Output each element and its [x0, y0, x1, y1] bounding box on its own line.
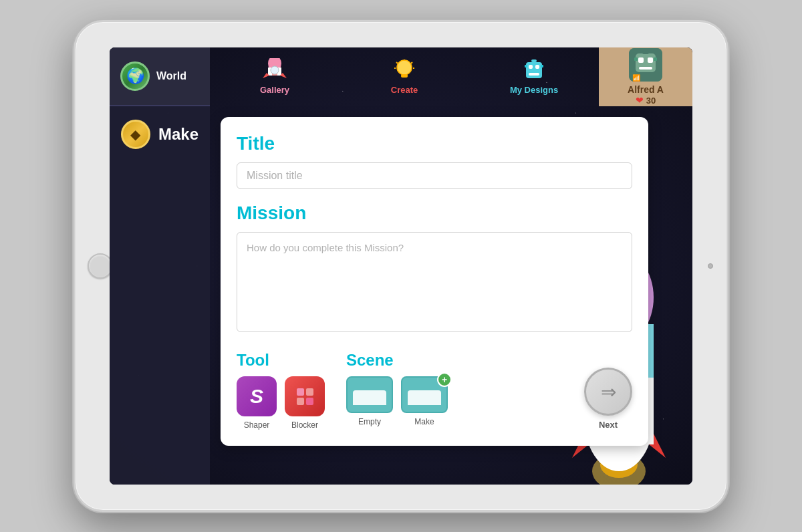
tool-blocker[interactable]: Blocker — [285, 376, 325, 430]
svg-rect-39 — [648, 57, 653, 63]
svg-line-25 — [411, 62, 412, 63]
blocker-grid — [294, 386, 316, 408]
gallery-label: Gallery — [260, 85, 289, 95]
profile-avatar: 📶 — [629, 48, 662, 82]
next-label: Next — [599, 420, 618, 430]
svg-rect-23 — [401, 74, 408, 78]
blocker-cell — [306, 388, 313, 396]
profile-hearts: ❤ 30 — [628, 95, 664, 106]
svg-rect-30 — [529, 65, 533, 69]
scene-empty-label: Empty — [358, 417, 381, 426]
svg-rect-40 — [639, 67, 652, 70]
svg-rect-29 — [526, 62, 542, 78]
mission-section-label: Mission — [237, 203, 632, 224]
next-button-circle: ⇒ — [584, 368, 632, 416]
designs-icon — [519, 58, 549, 82]
side-camera — [708, 263, 713, 269]
tools-row: S Shaper — [237, 376, 325, 430]
scenes-row: Empty + Make — [346, 376, 448, 426]
svg-point-22 — [397, 60, 412, 75]
tool-scene-row: Tool S Shaper — [237, 351, 632, 430]
title-section-label: Title — [237, 133, 632, 154]
scene-make-icon: + — [401, 376, 448, 413]
heart-icon: ❤ — [636, 95, 644, 106]
world-icon: 🌍 — [120, 61, 150, 91]
blocker-icon-box — [285, 376, 325, 416]
tab-create[interactable]: Create — [340, 47, 469, 106]
svg-rect-43 — [642, 51, 649, 54]
svg-text:📶: 📶 — [632, 74, 641, 82]
gallery-icon — [260, 58, 289, 82]
svg-rect-41 — [634, 57, 638, 61]
scene-make-label: Make — [414, 417, 434, 426]
world-label: World — [156, 70, 186, 82]
scene-empty-icon — [346, 376, 393, 413]
nav-bar: 🌍 World Gallery — [110, 47, 692, 106]
sidebar: Make — [110, 106, 210, 485]
ipad-frame: 🌍 World Gallery — [74, 20, 728, 512]
make-section: Make — [110, 120, 209, 149]
svg-line-26 — [396, 62, 398, 63]
create-icon — [390, 58, 419, 82]
svg-point-19 — [271, 66, 279, 74]
scene-label: Scene — [346, 351, 448, 370]
tab-gallery[interactable]: Gallery — [210, 47, 340, 106]
tool-section: Tool S Shaper — [237, 351, 325, 430]
blocker-cell — [297, 388, 304, 396]
blocker-label: Blocker — [291, 420, 318, 430]
shaper-letter: S — [250, 385, 263, 408]
svg-rect-32 — [529, 73, 539, 76]
tab-designs[interactable]: My Designs — [469, 47, 599, 106]
make-icon — [121, 120, 150, 149]
ipad-screen: 🌍 World Gallery — [110, 47, 692, 485]
tool-label: Tool — [237, 351, 325, 370]
title-input[interactable] — [237, 162, 632, 189]
main-panel: Title Mission Tool S — [210, 106, 692, 485]
scene-add-badge: + — [437, 372, 452, 387]
svg-rect-33 — [525, 65, 527, 68]
profile-name: Alfred A — [628, 84, 664, 95]
next-button[interactable]: ⇒ Next — [584, 368, 632, 430]
svg-rect-38 — [638, 57, 644, 63]
svg-rect-34 — [541, 65, 543, 68]
blocker-cell — [297, 398, 304, 405]
next-arrow-icon: ⇒ — [601, 381, 616, 403]
hearts-count: 30 — [646, 96, 656, 106]
shaper-label: Shaper — [244, 420, 270, 430]
svg-rect-35 — [531, 59, 537, 62]
svg-rect-42 — [654, 57, 657, 61]
make-label: Make — [158, 125, 198, 144]
nav-world-button[interactable]: 🌍 World — [110, 47, 210, 106]
form-card: Title Mission Tool S — [221, 117, 648, 446]
nav-profile[interactable]: 📶 Alfred A ❤ 30 — [599, 47, 692, 106]
blocker-cell — [306, 398, 313, 405]
scene-empty[interactable]: Empty — [346, 376, 393, 426]
tool-shaper[interactable]: S Shaper — [237, 376, 277, 430]
svg-rect-31 — [535, 65, 539, 69]
shaper-icon-box: S — [237, 376, 277, 416]
scene-make[interactable]: + Make — [401, 376, 448, 426]
designs-label: My Designs — [510, 85, 558, 95]
profile-info: Alfred A ❤ 30 — [628, 84, 664, 106]
scene-section: Scene Empty + — [346, 351, 448, 426]
mission-textarea[interactable] — [237, 232, 632, 332]
create-label: Create — [391, 85, 418, 95]
